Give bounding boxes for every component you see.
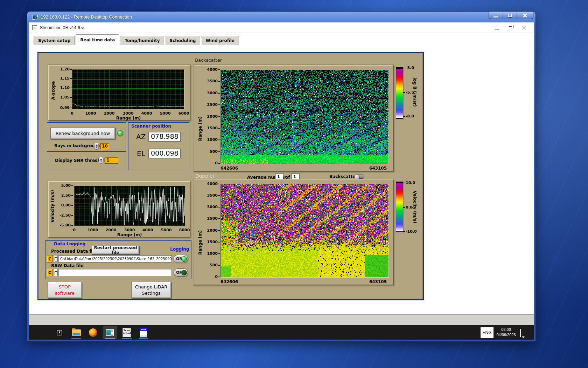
backscatter-colorbar: -3.0 -5.5 -8.0 [396,67,403,120]
remote-desktop-background [29,315,534,325]
background-controls-box: Renew background now Rays in background … [47,122,126,151]
language-indicator[interactable]: ENG [481,327,493,338]
processed-drive-selector[interactable]: C [47,255,53,263]
snr-spinner[interactable] [99,157,103,164]
streamline-app-icon [106,329,114,336]
scan-scheduler-button[interactable]: Scansched [120,326,134,339]
dp-yticks-label: 1000 [207,251,218,256]
data-logging-title: Data Logging [54,241,85,246]
raw-logging-off-switch[interactable]: OFF [174,268,188,277]
rays-spinner[interactable] [94,143,99,150]
backscatter-canvas [221,70,388,164]
ascope-ytick: 1.05 [60,95,70,100]
active-running-indicator [105,338,115,339]
doppler-xstart-label: 642606 [220,279,238,284]
ascope-ytick: 0.99 [60,105,70,110]
el-value-field[interactable]: 000.098 [148,149,181,158]
clock[interactable]: 03:00 04/09/2023 [495,327,518,338]
doppler-plot-area [220,184,389,278]
doppler-colorbar-tick: -10.0 [406,229,417,234]
velocity-ytick: -2.50 [59,213,71,218]
velocity-plot-area [74,186,185,226]
firefox-button[interactable] [86,326,100,339]
app-restore-icon[interactable] [509,26,512,29]
file-explorer-button[interactable] [69,326,83,339]
doppler-colorbar-label: Velocity (m/s) [412,190,417,225]
rdp-title: 192.168.0.122 - Remote Desktop Connectio… [41,14,132,20]
rdp-titlebar[interactable]: 192.168.0.122 - Remote Desktop Connectio… [27,12,536,22]
doppler-plot-group: Range (m) 400035003000250020001500100050… [194,179,394,285]
backscatter-ytick-column: 40003500300025002000150010005000 [194,66,220,171]
rdp-maximize-button[interactable] [503,12,517,19]
snr-value-field[interactable]: 1 [105,157,118,164]
restart-processed-file-button[interactable]: Restart processed file [92,246,139,254]
streamline-window: StreamLine XR v14-6.vi System setup Real… [29,22,534,315]
desktop: 192.168.0.122 - Remote Desktop Connectio… [0,0,588,368]
renew-background-button[interactable]: Renew background now [50,128,115,139]
clock-time: 03:00 [495,327,518,332]
velocity-ytick: 5.00 [61,183,71,188]
dp-yticks-label: 3000 [207,205,218,209]
weekly-doc-button[interactable]: WEEK [136,326,150,339]
rdp-window: 192.168.0.122 - Remote Desktop Connectio… [27,12,536,341]
raw-drive-selector[interactable]: C [47,269,53,276]
stop-button-line1: STOP [59,284,71,290]
processed-data-file-label: Processed Data file [51,249,97,254]
app-minimize-icon[interactable] [495,29,499,29]
tab-real-time-data[interactable]: Real time data [76,34,119,45]
az-value-field[interactable]: 078.988 [148,132,181,142]
ascope-xtick: 1000 [85,111,96,116]
streamline-taskbar-button[interactable] [103,326,117,339]
backscatter-colorbar-label: log B (/m/sr) [412,75,417,110]
velocity-ytick: 2.50 [61,193,71,198]
tab-scheduling[interactable]: Scheduling [165,36,200,45]
velocity-plot-group: Velocity (m/s) 5.00 2.50 0.00 -2.50 -5.0… [48,181,190,238]
raw-path-field[interactable] [58,269,172,276]
processed-path-browse-icon[interactable] [53,255,58,263]
running-indicator [122,338,132,339]
maximize-icon [508,14,512,17]
ascope-xtick: 4000 [141,111,152,116]
processed-logging-on-switch[interactable]: ON [174,255,188,263]
velocity-ytick: 0.00 [61,203,71,207]
scan-scheduler-icon: Scansched [122,328,131,337]
change-button-line2: Settings [142,290,160,297]
dp-yticks-label: 2000 [207,228,218,233]
tab-temp-humidity[interactable]: Temp/humidity [120,36,164,45]
change-lidar-settings-button[interactable]: Change LiDAR Settings [131,282,171,298]
tab-wind-profile[interactable]: Wind profile [201,36,239,45]
dp-yticks-label: 4000 [207,182,218,186]
data-logging-box: Data Logging Processed Data file Restart… [45,240,191,279]
background-led [117,130,123,136]
doppler-colorbar: 10.0 0.0 -10.0 [396,181,403,233]
velocity-xaxis-label: Range (m) [117,232,142,237]
velocity-xtick: 5000 [161,228,172,232]
rays-value-field[interactable]: 10 [100,143,109,149]
processed-path-field[interactable]: C:\Lidar\Data\Proc\2023\202309\20230904\… [58,255,172,263]
backscatter-toggle[interactable] [355,175,364,179]
raw-path-browse-icon[interactable] [53,269,58,276]
rdp-icon [32,15,38,20]
task-view-button[interactable] [52,326,66,339]
backscatter-xstart-label: 642606 [220,166,238,171]
backscatter-plot-area [220,70,389,164]
ascope-plot-group: A-scope 1.20 1.15 1.10 1.05 0.99 0 1000 … [48,65,190,121]
scanner-position-title: Scanner position [131,124,171,129]
scanner-position-box: Scanner position AZ 078.988 EL 000.098 [128,122,189,170]
app-window-controls [495,22,526,33]
velocity-ytick: -5.00 [59,223,71,227]
action-center-button[interactable] [520,329,528,336]
firefox-icon [89,328,97,337]
main-panel: A-scope 1.20 1.15 1.10 1.05 0.99 0 1000 … [37,52,424,300]
weekly-doc-icon: WEEK [140,328,147,338]
running-indicator [139,338,148,339]
backscatter-xend-label: 643105 [369,166,387,171]
tab-system-setup[interactable]: System setup [34,36,75,45]
app-titlebar[interactable]: StreamLine XR v14-6.vi [29,22,534,33]
app-close-icon[interactable] [522,26,526,30]
velocity-ylabel: Velocity (m/s) [50,187,55,225]
rdp-close-button[interactable] [517,12,533,19]
rdp-minimize-button[interactable] [489,12,503,19]
ascope-xtick: 0 [71,111,74,116]
stop-software-button[interactable]: STOP software [48,282,82,298]
